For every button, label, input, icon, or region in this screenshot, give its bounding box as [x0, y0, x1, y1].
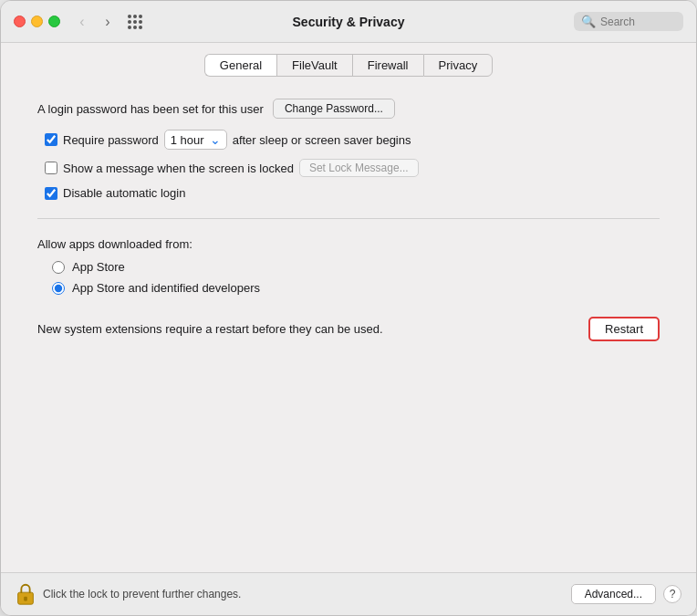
nav-buttons: ‹ ›: [71, 13, 119, 31]
disable-auto-login-label: Disable automatic login: [63, 186, 185, 200]
tab-firewall[interactable]: Firewall: [352, 54, 423, 77]
app-store-identified-radio-row: App Store and identified developers: [52, 281, 660, 295]
app-store-label: App Store: [72, 260, 125, 274]
content-area: A login password has been set for this u…: [1, 84, 696, 572]
disable-auto-login-row: Disable automatic login: [45, 186, 660, 200]
section-divider: [37, 218, 660, 219]
tabs-bar: General FileVault Firewall Privacy: [1, 43, 696, 84]
titlebar: ‹ › Security & Privacy 🔍: [1, 1, 696, 43]
tab-general[interactable]: General: [204, 54, 276, 77]
require-password-label: Require password: [63, 133, 159, 147]
traffic-lights: [14, 16, 60, 27]
require-password-checkbox[interactable]: [45, 133, 57, 146]
show-message-checkbox[interactable]: [45, 162, 57, 174]
footer: Click the lock to prevent further change…: [1, 572, 696, 615]
search-icon: 🔍: [581, 15, 596, 28]
dropdown-arrow-icon: ⌄: [210, 132, 221, 147]
allow-apps-label: Allow apps downloaded from:: [37, 237, 660, 251]
checkbox-group: Require password 1 hour ⌄ after sleep or…: [45, 130, 660, 200]
show-message-label: Show a message when the screen is locked: [63, 162, 294, 175]
help-button[interactable]: ?: [663, 585, 681, 603]
show-message-row: Show a message when the screen is locked…: [45, 159, 660, 177]
password-interval-dropdown[interactable]: 1 hour ⌄: [164, 130, 227, 150]
forward-button[interactable]: ›: [97, 13, 119, 31]
restart-button[interactable]: Restart: [588, 317, 660, 341]
set-lock-message-button[interactable]: Set Lock Message...: [299, 159, 419, 177]
svg-rect-1: [24, 597, 27, 601]
restart-row: New system extensions require a restart …: [37, 317, 660, 341]
app-store-radio-row: App Store: [52, 260, 660, 274]
change-password-button[interactable]: Change Password...: [273, 99, 395, 119]
allow-apps-section: Allow apps downloaded from: App Store Ap…: [37, 237, 660, 295]
footer-lock-text: Click the lock to prevent further change…: [43, 588, 571, 600]
tab-filevault[interactable]: FileVault: [276, 54, 352, 77]
tab-privacy[interactable]: Privacy: [423, 54, 494, 77]
app-store-identified-radio[interactable]: [52, 282, 65, 295]
minimize-button[interactable]: [31, 16, 43, 27]
app-store-identified-label: App Store and identified developers: [72, 281, 260, 295]
login-password-label: A login password has been set for this u…: [37, 102, 264, 116]
password-interval-value: 1 hour: [171, 133, 204, 147]
require-password-row: Require password 1 hour ⌄ after sleep or…: [45, 130, 660, 150]
search-input[interactable]: [600, 16, 682, 28]
maximize-button[interactable]: [48, 16, 60, 27]
app-store-radio[interactable]: [52, 261, 65, 274]
page-title: Security & Privacy: [293, 15, 405, 29]
grid-icon[interactable]: [128, 15, 142, 29]
after-sleep-label: after sleep or screen saver begins: [233, 133, 411, 147]
lock-icon[interactable]: [16, 582, 36, 606]
search-bar[interactable]: 🔍: [574, 12, 683, 31]
window: ‹ › Security & Privacy 🔍 General FileVau…: [0, 0, 697, 616]
restart-text: New system extensions require a restart …: [37, 322, 588, 336]
close-button[interactable]: [14, 16, 26, 27]
back-button[interactable]: ‹: [71, 13, 93, 31]
disable-auto-login-checkbox[interactable]: [45, 187, 57, 200]
advanced-button[interactable]: Advanced...: [571, 584, 656, 604]
radio-group: App Store App Store and identified devel…: [52, 260, 660, 295]
login-password-row: A login password has been set for this u…: [37, 99, 660, 119]
